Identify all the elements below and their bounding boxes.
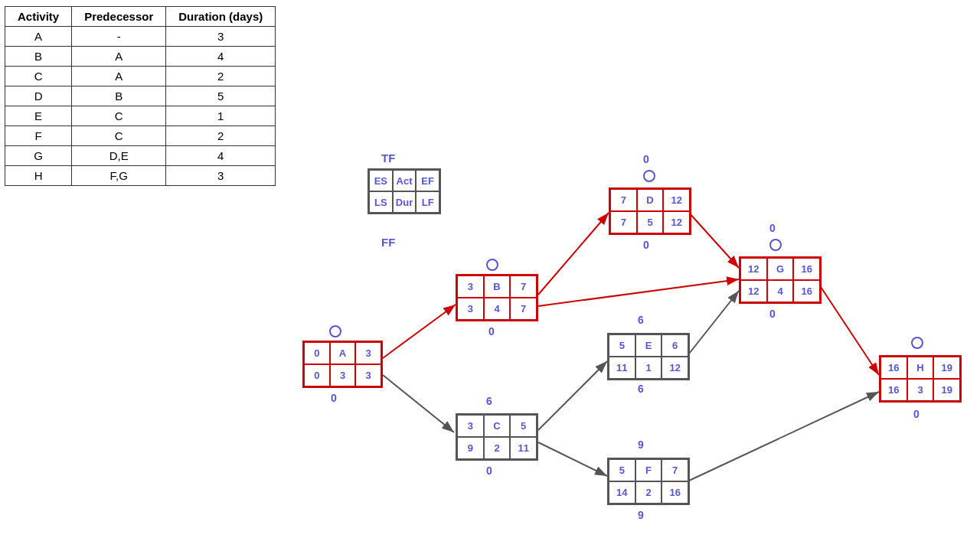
- table-cell-6-2: 4: [166, 146, 276, 166]
- table-cell-5-1: C: [72, 126, 166, 146]
- node-f-tf-top: 9: [638, 439, 644, 451]
- legend-lf: LF: [416, 191, 439, 213]
- table-cell-5-2: 2: [166, 126, 276, 146]
- col-header-duration: Duration (days): [166, 7, 276, 27]
- node-g-circle: [769, 239, 782, 251]
- svg-line-5: [538, 279, 739, 306]
- node-a: 0 A 3 0 3 3: [302, 341, 383, 388]
- table-cell-4-2: 1: [166, 106, 276, 126]
- table-cell-7-1: F,G: [72, 166, 166, 186]
- table-cell-0-0: A: [5, 27, 72, 47]
- table-cell-0-2: 3: [166, 27, 276, 47]
- svg-line-8: [689, 213, 739, 268]
- node-c-tf-top: 6: [486, 395, 492, 407]
- svg-line-4: [538, 213, 609, 295]
- table-cell-1-1: A: [72, 47, 166, 67]
- table-cell-6-0: G: [5, 146, 72, 166]
- svg-line-3: [383, 375, 454, 432]
- node-g: 12 G 16 12 4 16: [739, 256, 822, 304]
- table-cell-3-1: B: [72, 86, 166, 106]
- node-d-tf: 0: [643, 239, 649, 251]
- table-cell-1-2: 4: [166, 47, 276, 67]
- table-cell-2-1: A: [72, 67, 166, 86]
- node-b-circle: [486, 259, 498, 271]
- node-h-tf: 0: [913, 408, 920, 420]
- legend-box: ES Act EF LS Dur LF: [368, 168, 441, 214]
- table-cell-1-0: B: [5, 47, 72, 67]
- node-c-tf: 0: [486, 465, 492, 477]
- col-header-activity: Activity: [5, 7, 72, 27]
- table-cell-4-0: E: [5, 106, 72, 126]
- table-cell-2-0: C: [5, 67, 72, 86]
- node-f: 5 F 7 14 2 16: [607, 458, 690, 505]
- node-a-circle: [329, 325, 341, 337]
- legend-ls: LS: [369, 191, 393, 213]
- node-d: 7 D 12 7 5 12: [609, 187, 691, 235]
- node-b-tf: 0: [488, 325, 495, 337]
- node-h: 16 H 19 16 3 19: [879, 355, 962, 403]
- node-d-tf-top: 0: [643, 153, 649, 165]
- node-e-tf-top: 6: [638, 314, 644, 326]
- legend-ef: EF: [416, 170, 439, 191]
- node-h-circle: [911, 337, 923, 349]
- table-cell-3-2: 5: [166, 86, 276, 106]
- table-cell-5-0: F: [5, 126, 72, 146]
- legend-es: ES: [369, 170, 393, 191]
- node-b: 3 B 7 3 4 7: [456, 274, 538, 321]
- node-a-tf: 0: [331, 392, 337, 404]
- ff-label: FF: [381, 236, 395, 249]
- svg-line-2: [383, 305, 456, 358]
- node-e-tf: 6: [638, 383, 644, 395]
- table-cell-3-0: D: [5, 86, 72, 106]
- node-d-circle: [643, 170, 655, 182]
- svg-line-7: [538, 442, 607, 476]
- table-cell-2-2: 2: [166, 67, 276, 86]
- svg-line-11: [689, 392, 879, 481]
- node-g-tf-top: 0: [769, 222, 776, 234]
- svg-line-10: [821, 287, 879, 375]
- tf-label: TF: [381, 152, 395, 165]
- legend-act: Act: [393, 170, 416, 191]
- node-f-tf: 9: [638, 509, 644, 521]
- table-cell-7-2: 3: [166, 166, 276, 186]
- node-g-tf: 0: [769, 308, 776, 320]
- table-cell-7-0: H: [5, 166, 72, 186]
- node-e: 5 E 6 11 1 12: [607, 333, 690, 380]
- svg-line-9: [689, 291, 739, 354]
- col-header-predecessor: Predecessor: [72, 7, 166, 27]
- svg-line-6: [538, 361, 607, 430]
- table-cell-4-1: C: [72, 106, 166, 126]
- table-cell-0-1: -: [72, 27, 166, 47]
- legend-dur: Dur: [393, 191, 416, 213]
- activity-table: Activity Predecessor Duration (days) A-3…: [5, 6, 276, 186]
- node-c: 3 C 5 9 2 11: [456, 413, 538, 461]
- table-cell-6-1: D,E: [72, 146, 166, 166]
